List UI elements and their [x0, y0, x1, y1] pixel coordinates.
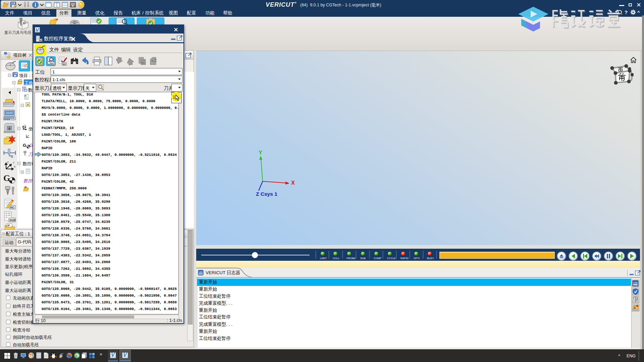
svg-text:NC: NC: [141, 62, 145, 64]
svg-text:LOG: LOG: [633, 282, 638, 284]
svg-text:NC: NC: [51, 62, 54, 65]
svg-text:SUB: SUB: [9, 219, 16, 222]
svg-text:VC: VC: [6, 3, 9, 5]
svg-text:IP: IP: [7, 224, 10, 227]
svg-text:NC: NC: [10, 206, 14, 209]
svg-text:G: G: [3, 173, 10, 183]
svg-text:X: X: [291, 180, 295, 186]
svg-text:Y: Y: [259, 150, 262, 156]
svg-text:X: X: [14, 165, 16, 168]
svg-text:LOG: LOG: [199, 271, 203, 273]
svg-text:e: e: [75, 353, 78, 358]
svg-text:IP: IP: [25, 186, 27, 188]
svg-text:ZY: ZY: [24, 125, 26, 127]
svg-text:VC: VC: [14, 72, 16, 74]
svg-text:Y: Y: [13, 161, 15, 164]
svg-text:VC: VC: [12, 2, 15, 4]
svg-text:Z: Z: [7, 161, 9, 164]
svg-text:NC: NC: [39, 39, 43, 42]
svg-text:NC: NC: [63, 63, 66, 66]
